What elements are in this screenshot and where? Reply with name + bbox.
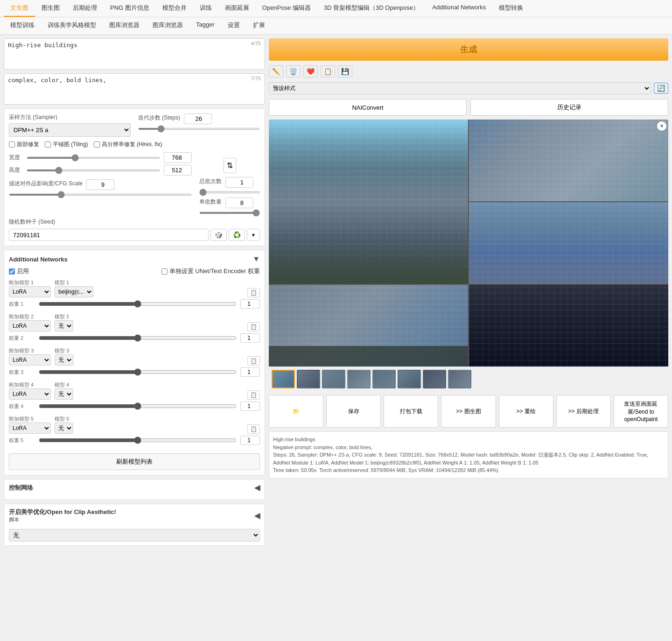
width-input[interactable] bbox=[164, 152, 192, 163]
batch-count-input[interactable] bbox=[225, 197, 253, 208]
an1-copy-button[interactable]: 📋 bbox=[247, 288, 260, 297]
send-openoutpaint-button[interactable]: 发送至画面延展/Send to openOutpaint bbox=[614, 395, 668, 428]
dice-button[interactable]: 🎲 bbox=[210, 229, 227, 241]
tab-civitai[interactable]: 图库浏览器 bbox=[103, 17, 146, 34]
an2-type-select[interactable]: LoRA bbox=[9, 320, 51, 331]
generate-button[interactable]: 生成 bbox=[269, 38, 668, 61]
redraw-button[interactable]: >> 重绘 bbox=[499, 395, 553, 428]
an3-copy-button[interactable]: 📋 bbox=[247, 356, 260, 366]
tiling-checkbox[interactable]: 平铺图 (Tiling) bbox=[45, 141, 88, 148]
heart-button[interactable]: ❤️ bbox=[303, 65, 318, 77]
additional-networks-header[interactable]: Additional Networks ▼ bbox=[9, 255, 260, 263]
thumbnail-3[interactable] bbox=[322, 370, 345, 388]
an3-type-select[interactable]: LoRA bbox=[9, 354, 51, 366]
preset-refresh-button[interactable]: 🔄 bbox=[654, 83, 668, 94]
swap-size-button[interactable]: ⇅ bbox=[224, 158, 236, 173]
refresh-models-button[interactable]: 刷新模型列表 bbox=[9, 453, 260, 470]
thumbnail-1[interactable] bbox=[272, 370, 295, 388]
to-postprocess-button[interactable]: >> 后期处理 bbox=[556, 395, 611, 428]
an2-model-select[interactable]: 无 bbox=[55, 320, 73, 331]
copy-button[interactable]: 📋 bbox=[321, 65, 335, 77]
hires-fix-checkbox[interactable]: 高分辨率修复 (Hires. fix) bbox=[94, 141, 162, 148]
tab-3d[interactable]: 3D 骨架模型编辑（3D Openpose） bbox=[317, 0, 426, 17]
sampler-select[interactable]: DPM++ 2S a bbox=[9, 123, 131, 137]
an-enable-checkbox[interactable]: 启用 bbox=[9, 267, 29, 275]
an3-weight-slider[interactable] bbox=[39, 368, 237, 376]
nai-convert-button[interactable]: NAIConvert bbox=[269, 99, 467, 116]
clip-aesthetic-header[interactable]: 开启美学优化/Open for Clip Aesthetic! 脚本 ◀ bbox=[9, 508, 260, 523]
to-img2img-button[interactable]: >> 图生图 bbox=[441, 395, 496, 428]
an4-model-select[interactable]: 无 bbox=[55, 388, 73, 400]
clip-aesthetic-select[interactable]: 无 bbox=[9, 529, 260, 542]
folder-button[interactable]: 📁 bbox=[269, 395, 323, 428]
edit-button[interactable]: ✏️ bbox=[269, 65, 283, 77]
seed-extra-button[interactable]: ▼ bbox=[247, 229, 260, 241]
tab-openpose[interactable]: OpenPose 编辑器 bbox=[256, 0, 317, 17]
tab-convert[interactable]: 模型转换 bbox=[492, 0, 530, 17]
an4-copy-button[interactable]: 📋 bbox=[247, 390, 260, 400]
cfg-slider[interactable] bbox=[9, 194, 192, 196]
an-single-weight-checkbox[interactable]: 单独设置 UNet/Text Encoder 权重 bbox=[161, 267, 260, 275]
height-input[interactable] bbox=[164, 165, 192, 176]
steps-input[interactable] bbox=[184, 113, 212, 124]
an1-model-select[interactable]: beijing(c... bbox=[55, 286, 93, 297]
negative-prompt-input[interactable] bbox=[8, 77, 261, 100]
height-slider[interactable] bbox=[27, 169, 160, 171]
total-batch-input[interactable] bbox=[225, 177, 253, 188]
tab-txt2img[interactable]: 文生图 bbox=[4, 0, 35, 17]
face-restore-checkbox[interactable]: 面部修复 bbox=[9, 141, 39, 148]
thumbnail-8[interactable] bbox=[448, 370, 471, 388]
save-button[interactable]: 💾 bbox=[338, 65, 352, 77]
an4-weight-input[interactable] bbox=[240, 402, 260, 411]
tab-canvas[interactable]: 画面延展 bbox=[218, 0, 256, 17]
an4-type-select[interactable]: LoRA bbox=[9, 388, 51, 400]
download-button[interactable]: 打包下载 bbox=[384, 395, 438, 428]
an5-weight-input[interactable] bbox=[240, 436, 260, 445]
thumbnail-7[interactable] bbox=[423, 370, 446, 388]
thumbnail-5[interactable] bbox=[372, 370, 396, 388]
thumbnail-2[interactable] bbox=[297, 370, 320, 388]
save-image-button[interactable]: 保存 bbox=[326, 395, 381, 428]
tab-train[interactable]: 训练 bbox=[193, 0, 218, 17]
tab-tagger[interactable]: Tagger bbox=[189, 17, 221, 34]
an1-weight-slider[interactable] bbox=[39, 300, 237, 308]
an2-weight-slider[interactable] bbox=[39, 334, 237, 342]
tab-pnginfo[interactable]: PNG 图片信息 bbox=[104, 0, 156, 17]
trash-button[interactable]: 🗑️ bbox=[286, 65, 301, 77]
thumbnail-4[interactable] bbox=[347, 370, 371, 388]
tab-postprocess[interactable]: 后期处理 bbox=[66, 0, 104, 17]
preset-select[interactable]: 预设样式 bbox=[269, 82, 651, 94]
control-net-header[interactable]: 控制网络 ◀ bbox=[9, 483, 260, 492]
tab-model-train[interactable]: 模型训练 bbox=[4, 17, 41, 34]
positive-prompt-input[interactable] bbox=[8, 42, 261, 65]
control-net-section[interactable]: 控制网络 ◀ bbox=[4, 479, 265, 500]
tab-extensions[interactable]: 扩展 bbox=[246, 17, 272, 34]
tab-train-style[interactable]: 训练美学风格模型 bbox=[41, 17, 103, 34]
tab-additional[interactable]: Additional Networks bbox=[426, 0, 492, 17]
total-batch-slider[interactable] bbox=[199, 191, 260, 193]
steps-slider[interactable] bbox=[138, 128, 260, 130]
cfg-input[interactable] bbox=[86, 179, 114, 190]
an3-weight-input[interactable] bbox=[240, 367, 260, 377]
an2-copy-button[interactable]: 📋 bbox=[247, 322, 260, 331]
recycle-button[interactable]: ♻️ bbox=[229, 229, 245, 241]
tab-merge[interactable]: 模型合并 bbox=[156, 0, 193, 17]
tab-img2img[interactable]: 图生图 bbox=[35, 0, 66, 17]
an1-type-select[interactable]: LoRA bbox=[9, 286, 51, 297]
an5-copy-button[interactable]: 📋 bbox=[247, 424, 260, 434]
tab-settings[interactable]: 设置 bbox=[221, 17, 246, 34]
seed-input[interactable] bbox=[9, 229, 209, 241]
thumbnail-6[interactable] bbox=[398, 370, 421, 388]
an2-weight-input[interactable] bbox=[240, 333, 260, 343]
history-button[interactable]: 历史记录 bbox=[470, 99, 668, 116]
batch-count-slider[interactable] bbox=[199, 212, 260, 214]
width-slider[interactable] bbox=[27, 157, 160, 159]
an5-model-select[interactable]: 无 bbox=[55, 423, 73, 434]
an1-weight-input[interactable] bbox=[240, 299, 260, 309]
tab-browser[interactable]: 图库浏览器 bbox=[146, 17, 189, 34]
an5-type-select[interactable]: LoRA bbox=[9, 423, 51, 434]
an4-weight-slider[interactable] bbox=[39, 402, 237, 410]
an3-model-select[interactable]: 无 bbox=[55, 354, 73, 366]
gallery-close-button[interactable]: × bbox=[657, 121, 666, 131]
an5-weight-slider[interactable] bbox=[39, 437, 237, 444]
